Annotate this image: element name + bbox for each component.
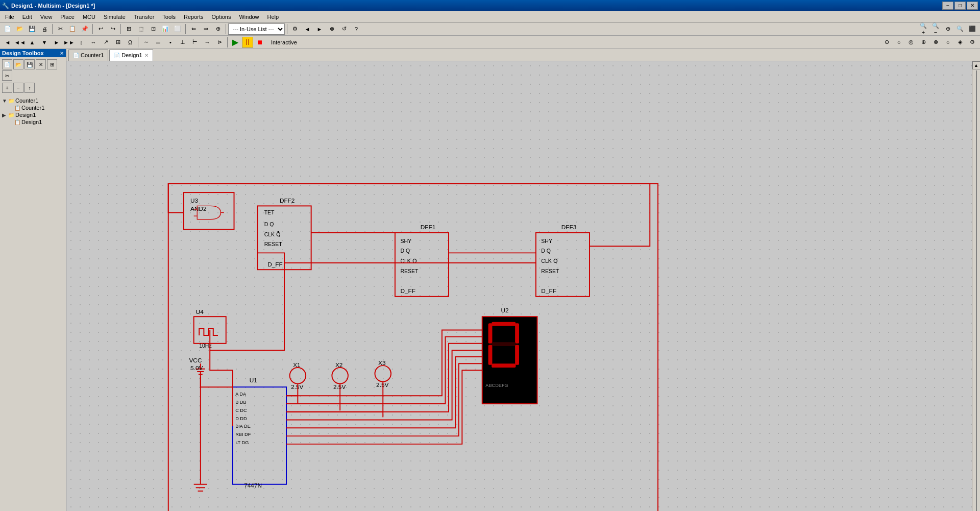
t2right5[interactable]: ⊗ bbox=[930, 37, 941, 48]
svg-rect-20 bbox=[536, 233, 590, 297]
menu-item-reports[interactable]: Reports bbox=[180, 13, 208, 21]
zoom-in-btn[interactable]: 🔍+ bbox=[918, 23, 929, 35]
toolbox-close-btn[interactable]: ✕ bbox=[60, 51, 64, 56]
t2btn17[interactable]: ⊳ bbox=[214, 37, 225, 48]
tool-new2[interactable]: ⊞ bbox=[47, 59, 57, 69]
tree-item-counter1-child[interactable]: 📋 Counter1 bbox=[8, 104, 64, 111]
zoom-area-btn[interactable]: 🔍 bbox=[954, 23, 966, 35]
scroll-up-arrow[interactable]: ▲ bbox=[972, 61, 981, 69]
menu-item-options[interactable]: Options bbox=[208, 13, 235, 21]
tool-cut[interactable]: ✂ bbox=[2, 70, 12, 81]
tbtn1[interactable]: ⬚ bbox=[135, 23, 146, 35]
tree-item-design1-child[interactable]: 📋 Design1 bbox=[8, 118, 64, 126]
sim-pause-btn[interactable]: ⏸ bbox=[242, 37, 253, 48]
copy-btn[interactable]: 📋 bbox=[67, 23, 78, 35]
tbtn6[interactable]: ⇒ bbox=[200, 23, 211, 35]
t2btn15[interactable]: ⊢ bbox=[189, 37, 201, 48]
tbtn2[interactable]: ⊡ bbox=[148, 23, 159, 35]
menu-item-help[interactable]: Help bbox=[263, 13, 283, 21]
tool-close[interactable]: ✕ bbox=[36, 59, 46, 69]
maximize-button[interactable]: □ bbox=[954, 2, 966, 10]
tool-new[interactable]: 📄 bbox=[2, 59, 12, 69]
svg-text:RESET: RESET bbox=[264, 241, 283, 247]
t2right2[interactable]: ○ bbox=[893, 37, 904, 48]
tbtn5[interactable]: ⇐ bbox=[188, 23, 199, 35]
t2btn9[interactable]: ↗ bbox=[100, 37, 111, 48]
tbtn11[interactable]: ⊗ bbox=[326, 23, 337, 35]
menu-item-view[interactable]: View bbox=[36, 13, 57, 21]
place-wire[interactable]: ∼ bbox=[140, 37, 152, 48]
minimize-button[interactable]: − bbox=[942, 2, 953, 10]
tab-close-design1[interactable]: ✕ bbox=[144, 53, 149, 58]
t2right6[interactable]: ○ bbox=[942, 37, 953, 48]
t2btn1[interactable]: ◄ bbox=[2, 37, 13, 48]
menu-item-edit[interactable]: Edit bbox=[18, 13, 36, 21]
redo-btn[interactable]: ↪ bbox=[107, 23, 118, 35]
svg-rect-59 bbox=[515, 323, 519, 343]
zoom-fit-btn[interactable]: ⊕ bbox=[942, 23, 953, 35]
t2right3[interactable]: ◎ bbox=[905, 37, 917, 48]
t2right4[interactable]: ⊕ bbox=[918, 37, 929, 48]
full-screen-btn[interactable]: ⬛ bbox=[967, 23, 978, 35]
design-tab-design1[interactable]: 📄 Design1 ✕ bbox=[109, 50, 153, 61]
design-tab-counter1[interactable]: 📄 Counter1 bbox=[68, 50, 108, 61]
schematic-canvas[interactable]: U3 AND2 DFF2 TET D Q CL bbox=[66, 61, 972, 511]
menu-item-window[interactable]: Window bbox=[235, 13, 263, 21]
menu-item-file[interactable]: File bbox=[1, 13, 18, 21]
cut-btn[interactable]: ✂ bbox=[55, 23, 66, 35]
t2btn14[interactable]: ⊥ bbox=[177, 37, 188, 48]
tool-add[interactable]: + bbox=[2, 83, 12, 93]
sim-run-btn[interactable]: ▶ bbox=[230, 37, 241, 48]
t2btn7[interactable]: ↕ bbox=[76, 37, 87, 48]
t2btn2[interactable]: ◄◄ bbox=[14, 37, 26, 48]
open-btn[interactable]: 📂 bbox=[14, 23, 26, 35]
t2btn11[interactable]: Ω bbox=[125, 37, 136, 48]
t2btn5[interactable]: ► bbox=[51, 37, 62, 48]
tbtn4[interactable]: ⬜ bbox=[172, 23, 183, 35]
save-btn[interactable]: 💾 bbox=[27, 23, 38, 35]
component-VCC: VCC 5.0V bbox=[189, 357, 205, 375]
help-btn[interactable]: ? bbox=[351, 23, 362, 35]
tbtn12[interactable]: ↺ bbox=[338, 23, 350, 35]
tree-label-design1: Design1 bbox=[15, 112, 36, 118]
tool-up[interactable]: ↑ bbox=[24, 83, 35, 93]
tbtn7[interactable]: ⊕ bbox=[212, 23, 224, 35]
new-btn[interactable]: 📄 bbox=[2, 23, 13, 35]
t2btn8[interactable]: ↔ bbox=[88, 37, 99, 48]
menu-item-tools[interactable]: Tools bbox=[158, 13, 180, 21]
tbtn9[interactable]: ◄ bbox=[302, 23, 313, 35]
sim-stop-btn[interactable]: ■ bbox=[254, 37, 265, 48]
tool-remove[interactable]: − bbox=[13, 83, 23, 93]
t2right1[interactable]: ⊙ bbox=[881, 37, 892, 48]
tool-open[interactable]: 📂 bbox=[13, 59, 23, 69]
tbtn10[interactable]: ► bbox=[314, 23, 325, 35]
t2btn3[interactable]: ▲ bbox=[27, 37, 38, 48]
grid-btn[interactable]: ⊞ bbox=[123, 23, 134, 35]
tree-item-counter1-root[interactable]: ▼ 📁 Counter1 bbox=[2, 97, 64, 104]
t2right7[interactable]: ◈ bbox=[954, 37, 966, 48]
tbtn3[interactable]: 📊 bbox=[160, 23, 171, 35]
menu-item-simulate[interactable]: Simulate bbox=[100, 13, 130, 21]
svg-text:DFF2: DFF2 bbox=[280, 197, 295, 204]
t2btn16[interactable]: → bbox=[202, 37, 213, 48]
place-junction[interactable]: • bbox=[165, 37, 176, 48]
place-bus[interactable]: ═ bbox=[153, 37, 164, 48]
tree-item-design1-root[interactable]: ▶ 📁 Design1 bbox=[2, 111, 64, 118]
sep4 bbox=[185, 24, 186, 34]
close-button[interactable]: ✕ bbox=[967, 2, 978, 10]
zoom-out-btn[interactable]: 🔍− bbox=[930, 23, 941, 35]
menu-item-mcu[interactable]: MCU bbox=[79, 13, 100, 21]
t2right8[interactable]: ⚙ bbox=[967, 37, 978, 48]
t2btn6[interactable]: ►► bbox=[63, 37, 75, 48]
tbtn8[interactable]: ⚙ bbox=[289, 23, 301, 35]
print-btn[interactable]: 🖨 bbox=[39, 23, 50, 35]
t2btn4[interactable]: ▼ bbox=[39, 37, 50, 48]
t2btn10[interactable]: ⊞ bbox=[112, 37, 124, 48]
tool-save[interactable]: 💾 bbox=[24, 59, 35, 69]
undo-btn[interactable]: ↩ bbox=[95, 23, 106, 35]
menu-item-transfer[interactable]: Transfer bbox=[130, 13, 159, 21]
scroll-thumb-v[interactable] bbox=[976, 70, 977, 511]
paste-btn[interactable]: 📌 bbox=[79, 23, 90, 35]
menu-item-place[interactable]: Place bbox=[56, 13, 79, 21]
inuse-list-dropdown[interactable]: --- In-Use List --- bbox=[228, 23, 285, 35]
